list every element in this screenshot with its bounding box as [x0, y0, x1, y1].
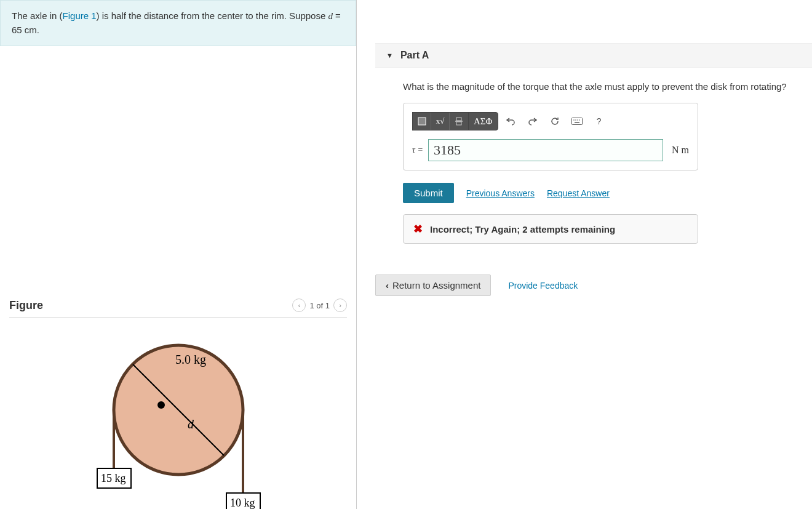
problem-text-middle: ) is half the distance from the center t…: [97, 10, 328, 21]
fraction-icon[interactable]: [450, 113, 468, 130]
tau-label: τ =: [412, 145, 423, 155]
problem-var-d: d: [328, 11, 333, 21]
problem-statement: The axle in (Figure 1) is half the dista…: [0, 0, 356, 46]
keyboard-icon[interactable]: [567, 112, 587, 130]
part-a-title: Part A: [400, 50, 429, 61]
svg-text:d: d: [188, 417, 194, 431]
figure-pager: ‹ 1 of 1 ›: [292, 299, 347, 312]
problem-text-prefix: The axle in (: [12, 10, 63, 21]
undo-icon[interactable]: [501, 112, 520, 130]
svg-rect-9: [418, 118, 426, 125]
greek-letters-button[interactable]: ΑΣΦ: [468, 112, 498, 130]
figure-title: Figure: [9, 299, 43, 312]
figure-diagram: d 5.0 kg 15 kg 10 kg: [9, 318, 347, 509]
svg-rect-12: [456, 122, 461, 125]
part-a-header[interactable]: ▼ Part A: [375, 43, 812, 68]
answer-box: x√ ΑΣΦ ?: [403, 103, 698, 170]
svg-text:15 kg: 15 kg: [101, 472, 126, 484]
svg-text:5.0 kg: 5.0 kg: [175, 353, 206, 367]
help-icon[interactable]: ?: [589, 112, 609, 130]
svg-rect-18: [575, 122, 579, 123]
return-to-assignment-button[interactable]: ‹ Return to Assignment: [375, 275, 491, 296]
radical-icon[interactable]: x√: [431, 113, 450, 130]
figure-prev-button[interactable]: ‹: [292, 299, 306, 312]
redo-icon[interactable]: [523, 112, 543, 130]
figure-next-button[interactable]: ›: [333, 299, 347, 312]
equation-toolbar: x√ ΑΣΦ ?: [412, 112, 689, 130]
provide-feedback-link[interactable]: Provide Feedback: [508, 281, 578, 291]
svg-text:10 kg: 10 kg: [230, 497, 255, 509]
answer-input[interactable]: [428, 139, 663, 161]
figure-pager-label: 1 of 1: [309, 301, 330, 310]
return-label: Return to Assignment: [392, 280, 480, 291]
feedback-message: Incorrect; Try Again; 2 attempts remaini…: [430, 224, 615, 234]
unit-label: N m: [672, 145, 689, 156]
figure-link[interactable]: Figure 1: [63, 10, 97, 21]
chevron-left-icon: ‹: [386, 280, 389, 291]
svg-point-17: [579, 119, 580, 121]
previous-answers-link[interactable]: Previous Answers: [466, 188, 535, 198]
reset-icon[interactable]: [545, 112, 565, 130]
feedback-box: ✖ Incorrect; Try Again; 2 attempts remai…: [403, 214, 698, 244]
svg-rect-13: [571, 118, 582, 125]
svg-point-16: [577, 119, 578, 121]
svg-point-14: [573, 119, 575, 121]
svg-rect-10: [456, 118, 461, 121]
svg-point-15: [575, 119, 576, 121]
svg-point-1: [157, 401, 165, 409]
incorrect-icon: ✖: [413, 222, 423, 236]
request-answer-link[interactable]: Request Answer: [547, 188, 610, 198]
template-icon[interactable]: [413, 113, 431, 130]
submit-button[interactable]: Submit: [403, 183, 454, 203]
caret-down-icon: ▼: [386, 52, 393, 59]
question-text: What is the magnitude of the torque that…: [375, 68, 812, 103]
